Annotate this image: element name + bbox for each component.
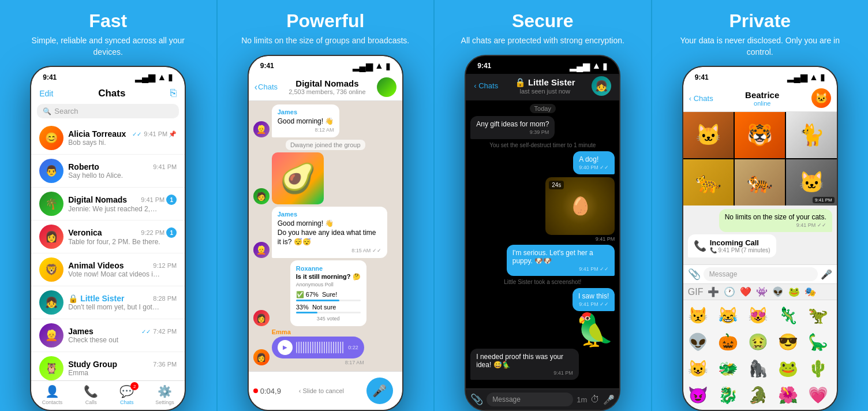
dark-msg-2: I needed proof this was your idea! 😅🦜 9:… [470,349,579,380]
tab-settings[interactable]: ⚙️ Settings [155,384,174,405]
avatar-alicia: 😊 [39,126,63,150]
monster-sticker-button[interactable]: 👾 [756,286,768,297]
signal-2: ▂▄▆ [353,61,373,72]
sticker-6[interactable]: 👽 [686,329,711,354]
sticker-10[interactable]: 🦕 [806,329,831,354]
sticker-16[interactable]: 😈 [686,382,711,408]
back-button-2[interactable]: ‹ Chats [255,82,278,92]
dark-mic-icon[interactable]: 🎤 [603,394,615,405]
sticker-2[interactable]: 😹 [716,302,741,328]
gif-button[interactable]: GIF [688,287,704,297]
sticker-9[interactable]: 😎 [776,329,801,354]
chat-info-veronica: Veronica 9:22 PM 1 Table for four, 2 PM.… [68,227,177,246]
p4-incoming-call: 📞 Incoming Call 📞 9:41 PM (7 minutes) [688,234,776,257]
panel-private: Private Your data is never disclosed. On… [651,0,869,411]
sticker-17[interactable]: 🐉 [716,382,741,408]
add-sticker-button[interactable]: ➕ [708,286,719,297]
poll-option-2: 33% Not sure [296,304,361,313]
dark-messages: Today Any gift ideas for mom? 9:39 PM Yo… [466,100,619,388]
tab-calls[interactable]: 📞 Calls [84,384,98,405]
avatar-roberto: 👨 [39,159,63,183]
poll-subtitle: Anonymous Poll [296,282,361,287]
compose-button[interactable]: ⎘ [170,87,177,99]
play-button[interactable]: ▶ [278,340,293,355]
sticker-1[interactable]: 😾 [686,302,711,328]
p4-mic-icon[interactable]: 🎤 [821,269,832,280]
heart-sticker-button[interactable]: ❤️ [740,286,751,297]
avatar-james-small2: 👱 [253,242,270,258]
dark-chat-header: ‹ Chats 🔒 Little Sister last seen just n… [466,74,619,100]
msg-time-5: 9:41 PM [476,370,573,376]
sticker-5[interactable]: 🦖 [806,302,831,328]
photo-tiger: 🐯 [735,112,785,158]
avatar-digital-nomads: 🌴 [39,192,63,216]
chat-item-study-group[interactable]: 🦉 Study Group 7:36 PM Emma [31,352,185,380]
chat-name-alicia: Alicia Torreaux [68,129,126,139]
dark-input-field[interactable]: Message [487,393,573,406]
alien-sticker-button[interactable]: 👽 [772,286,784,297]
calls-icon: 📞 [84,384,98,398]
call-label: Incoming Call [710,238,770,247]
frog-sticker-button[interactable]: 🐸 [788,286,800,297]
tab-chats[interactable]: 💬 2 Chats [119,384,134,405]
timer-label: 1m [577,395,587,404]
sticker-19[interactable]: 🌺 [776,382,801,408]
chat-item-little-sister[interactable]: 👧 🔒 Little Sister 8:28 PM Don't tell mom… [31,286,185,319]
dark-timer-icon[interactable]: ⏱ [590,394,600,405]
p4-attach-icon[interactable]: 📎 [688,268,701,281]
chat-item-veronica[interactable]: 👩 Veronica 9:22 PM 1 Table for four, 2 P… [31,221,185,253]
sticker-13[interactable]: 🦍 [746,356,771,381]
edit-button[interactable]: Edit [39,89,53,98]
sticker-18[interactable]: 🐊 [746,382,771,408]
signal-3: ▂▄▆ [570,61,590,72]
sticker-4[interactable]: 🦎 [776,302,801,328]
chat-item-animal-videos[interactable]: 🦁 Animal Videos 9:12 PM Vote now! Moar c… [31,253,185,286]
battery-icon-1: ▮ [168,72,173,83]
avatar-james-small: 👱 [253,121,270,137]
back-button-4[interactable]: ‹ Chats [689,94,713,103]
chat-item-james[interactable]: 👱 James ✓✓ 7:42 PM Check these out [31,319,185,352]
status-bar-4: 9:41 ▂▄▆ ▲ ▮ [683,67,837,85]
status-icons-2: ▂▄▆ ▲ ▮ [353,61,391,72]
recent-sticker-button[interactable]: 🕐 [724,286,735,297]
sticker-15[interactable]: 🌵 [806,356,831,381]
chat-item-alicia[interactable]: 😊 Alicia Torreaux ✓✓ 9:41 PM 📌 Bob says … [31,122,185,155]
dark-attach-icon[interactable]: 📎 [470,393,483,406]
group-sub: 2,503 members, 736 online [281,88,373,95]
status-time-3: 9:41 [477,62,491,70]
sticker-14[interactable]: 🐸 [776,356,801,381]
dark-outgoing-1: A dog! 9:40 PM ✓✓ [573,151,615,174]
panel-private-subtitle: Your data is never disclosed. Only you a… [674,35,847,58]
chat-item-digital-nomads[interactable]: 🌴 Digital Nomads 9:41 PM 1 Jennie: We ju… [31,188,185,221]
voice-time: 8:17 AM [272,360,364,365]
record-button[interactable]: 🎤 [366,378,393,404]
msg-row-james2: 👱 James Good morning! 👋Do you have any i… [253,207,398,258]
panel-fast-subtitle: Simple, reliable and synced across all y… [21,35,194,58]
poll-bar-1 [296,300,339,301]
search-bar[interactable]: 🔍 Search [37,104,179,118]
dark-outgoing-3: I saw this! 9:41 PM ✓✓ [573,288,615,311]
sticker-8[interactable]: 🤢 [746,329,771,354]
sticker-3[interactable]: 😻 [746,302,771,328]
record-time: 0:04,9 [253,387,281,395]
sticker-7[interactable]: 🎃 [716,329,741,354]
phone-secure: 9:41 ▂▄▆ ▲ ▮ ‹ Chats 🔒 Little Sister las… [465,55,620,411]
chat-item-roberto[interactable]: 👨 Roberto 9:41 PM Say hello to Alice. [31,155,185,188]
back-button-3[interactable]: ‹ Chats [474,81,498,90]
contacts-icon: 👤 [45,384,59,398]
sticker-12[interactable]: 🐲 [716,356,741,381]
status-bar-1: 9:41 ▂▄▆ ▲ ▮ [31,67,185,85]
sticker-20[interactable]: 💗 [806,382,831,408]
slide-text: ‹ Slide to cancel [299,387,344,394]
p4-messages: No limits on the size of your cats. 9:41… [683,206,837,264]
extra-sticker-button[interactable]: 🎭 [805,286,816,297]
chats-title: Chats [98,88,125,99]
sticker-11[interactable]: 😺 [686,356,711,381]
sticker-toolbar: GIF ➕ 🕐 ❤️ 👾 👽 🐸 🎭 [683,283,837,300]
group-name: Digital Nomads [281,79,373,88]
p4-input-field[interactable]: Message [704,267,818,281]
settings-icon: ⚙️ [158,384,172,398]
tab-contacts[interactable]: 👤 Contacts [42,384,63,405]
dark-input-bar: 📎 Message 1m ⏱ 🎤 [466,388,619,410]
chat-time-james: 7:42 PM [153,328,177,335]
